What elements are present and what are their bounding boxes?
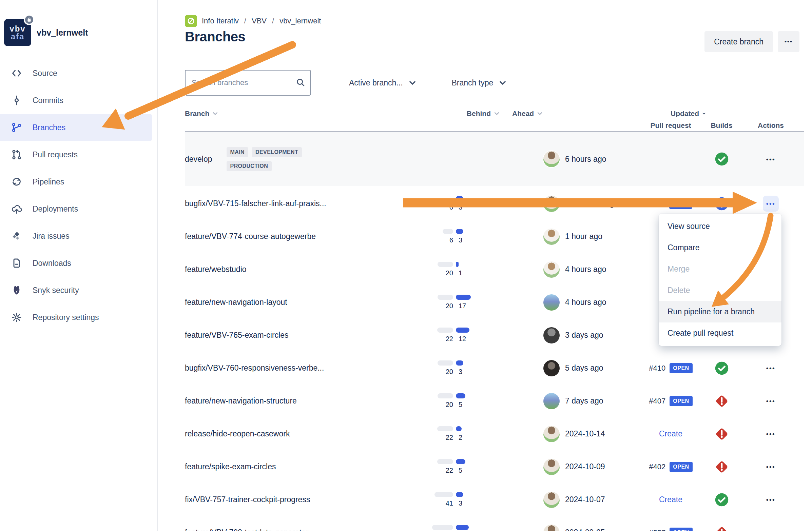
table-row[interactable]: bugfix/VBV-760-responsiveness-verbe...20…	[185, 352, 804, 384]
pull-request-link[interactable]: #357	[649, 528, 666, 531]
search-input[interactable]	[185, 70, 311, 95]
pr-status-badge: OPEN	[669, 363, 692, 373]
branch-name-link[interactable]: feature/spike-exam-circles	[185, 462, 400, 471]
build-status-cell[interactable]	[706, 526, 738, 531]
row-actions-menu-button[interactable]: •••	[763, 492, 779, 507]
branch-name-link[interactable]: bugfix/VBV-715-falscher-link-auf-praxis.…	[185, 199, 400, 208]
menu-item-create-pull-request[interactable]: Create pull request	[659, 323, 782, 344]
committer-avatar	[543, 151, 560, 167]
branch-name-link[interactable]: release/hide-reopen-casework	[185, 429, 400, 439]
branch-name-link[interactable]: developMAINDEVELOPMENTPRODUCTION	[185, 147, 400, 171]
project-avatar-icon	[185, 15, 197, 27]
committer-avatar	[543, 393, 560, 409]
branch-name-link[interactable]: fix/VBV-757-trainer-cockpit-progress	[185, 495, 400, 504]
branch-tag-badge: PRODUCTION	[227, 161, 272, 171]
table-row-develop[interactable]: developMAINDEVELOPMENTPRODUCTION6 hours …	[185, 132, 804, 186]
sidebar-item-jira-issues[interactable]: Jira issues	[0, 222, 158, 250]
sort-chevron-icon	[213, 112, 218, 115]
branch-name-link[interactable]: feature/new-navigation-structure	[185, 396, 400, 405]
ahead-bar	[456, 196, 463, 201]
sidebar-item-repository-settings[interactable]: Repository settings	[0, 304, 158, 331]
sidebar-item-label: Snyk security	[32, 286, 79, 295]
build-inprogress-icon	[715, 197, 729, 211]
private-repo-lock-icon	[24, 14, 34, 25]
row-actions-menu-button[interactable]: •••	[763, 459, 779, 475]
repo-avatar[interactable]: vbvafa	[4, 19, 31, 46]
pull-request-link[interactable]: #410	[649, 364, 666, 373]
row-actions-menu-button[interactable]: •••	[763, 393, 779, 409]
breadcrumb-project-link[interactable]: VBV	[252, 17, 266, 26]
build-status-cell[interactable]	[706, 152, 738, 166]
pull-request-link[interactable]: #402	[649, 462, 666, 471]
active-branches-dropdown[interactable]: Active branch...	[349, 78, 416, 88]
updated-cell: 6 hours ago	[509, 151, 636, 167]
build-status-cell[interactable]	[706, 427, 738, 441]
actions-cell: •••	[738, 459, 804, 475]
sidebar-item-source[interactable]: Source	[0, 60, 158, 87]
updated-cell: 2024-09-25	[509, 525, 636, 531]
branch-type-label: Branch type	[452, 78, 493, 88]
breadcrumb-workspace-link[interactable]: Info Iterativ	[202, 17, 239, 26]
behind-bar	[437, 360, 453, 366]
create-pull-request-link[interactable]: Create	[659, 495, 682, 504]
actions-cell: •••	[738, 393, 804, 409]
column-header-updated[interactable]: Updated	[636, 109, 706, 118]
committer-avatar	[543, 525, 560, 531]
committer-avatar	[543, 327, 560, 343]
build-status-cell[interactable]	[706, 394, 738, 408]
ahead-bar	[456, 360, 463, 366]
sidebar-item-branches[interactable]: Branches	[0, 114, 152, 141]
branch-name-link[interactable]: bugfix/VBV-760-responsiveness-verbe...	[185, 364, 400, 373]
pull-request-link[interactable]: #411	[649, 200, 665, 208]
commits-icon	[11, 94, 23, 106]
sidebar: vbvafa vbv_lernwelt SourceCommitsBranche…	[0, 0, 158, 531]
pull-request-link[interactable]: #407	[649, 397, 666, 405]
menu-item-view-source[interactable]: View source	[659, 216, 782, 237]
updated-cell: 2024-10-07	[509, 492, 636, 508]
menu-item-run-pipeline-for-a-branch[interactable]: Run pipeline for a branch	[659, 301, 782, 323]
row-actions-menu-button[interactable]: •••	[763, 525, 779, 531]
menu-item-compare[interactable]: Compare	[659, 237, 782, 259]
sidebar-item-label: Deployments	[32, 205, 78, 213]
column-header-behind[interactable]: Behind	[400, 109, 509, 118]
table-row[interactable]: release/hide-reopen-casework2222024-10-1…	[185, 417, 804, 450]
build-status-cell[interactable]	[706, 493, 738, 507]
menu-item-delete: Delete	[659, 280, 782, 301]
build-status-cell[interactable]	[706, 460, 738, 474]
row-actions-menu-button[interactable]: •••	[763, 360, 779, 376]
create-pull-request-link[interactable]: Create	[659, 429, 682, 439]
branch-name-link[interactable]: feature/VBV-774-course-autogewerbe	[185, 232, 400, 241]
table-row[interactable]: fix/VBV-757-trainer-cockpit-progress4132…	[185, 483, 804, 516]
actions-cell: •••	[738, 360, 804, 376]
branch-type-dropdown[interactable]: Branch type	[452, 78, 506, 88]
table-row[interactable]: feature/spike-exam-circles2252024-10-09#…	[185, 450, 804, 483]
sidebar-item-snyk-security[interactable]: Snyk security	[0, 277, 158, 304]
behind-bar	[435, 492, 453, 497]
sidebar-item-pull-requests[interactable]: Pull requests	[0, 141, 158, 168]
search-icon	[295, 77, 306, 88]
sidebar-item-pipelines[interactable]: Pipelines	[0, 168, 158, 195]
table-row[interactable]: feature/VBV-702-testdata-generator681120…	[185, 516, 804, 531]
build-status-cell[interactable]	[706, 361, 738, 375]
sidebar-item-deployments[interactable]: Deployments	[0, 195, 158, 222]
create-branch-button[interactable]: Create branch	[705, 31, 773, 52]
row-actions-menu-button[interactable]: •••	[763, 151, 779, 167]
breadcrumb-repo-link[interactable]: vbv_lernwelt	[279, 17, 321, 26]
sidebar-item-downloads[interactable]: Downloads	[0, 250, 158, 277]
branch-name-link[interactable]: feature/VBV-765-exam-circles	[185, 330, 400, 340]
actions-cell: •••	[738, 151, 804, 167]
column-header-branch[interactable]: Branch	[185, 109, 400, 118]
branch-tag-badge: DEVELOPMENT	[252, 147, 302, 157]
sidebar-item-label: Source	[32, 69, 57, 78]
sort-chevron-icon	[537, 112, 542, 115]
branch-name-link[interactable]: feature/webstudio	[185, 265, 400, 274]
sidebar-item-commits[interactable]: Commits	[0, 87, 158, 114]
branch-name-link[interactable]: feature/new-navigation-layout	[185, 298, 400, 307]
branch-name-link[interactable]: feature/VBV-702-testdata-generator	[185, 528, 400, 531]
row-actions-menu-button[interactable]: •••	[763, 426, 779, 442]
more-options-button[interactable]: •••	[778, 31, 799, 52]
table-row[interactable]: feature/new-navigation-structure2057 day…	[185, 384, 804, 417]
column-header-ahead[interactable]: Ahead	[509, 109, 636, 118]
build-status-cell[interactable]	[706, 197, 738, 211]
row-actions-menu-button[interactable]: •••	[763, 196, 779, 211]
